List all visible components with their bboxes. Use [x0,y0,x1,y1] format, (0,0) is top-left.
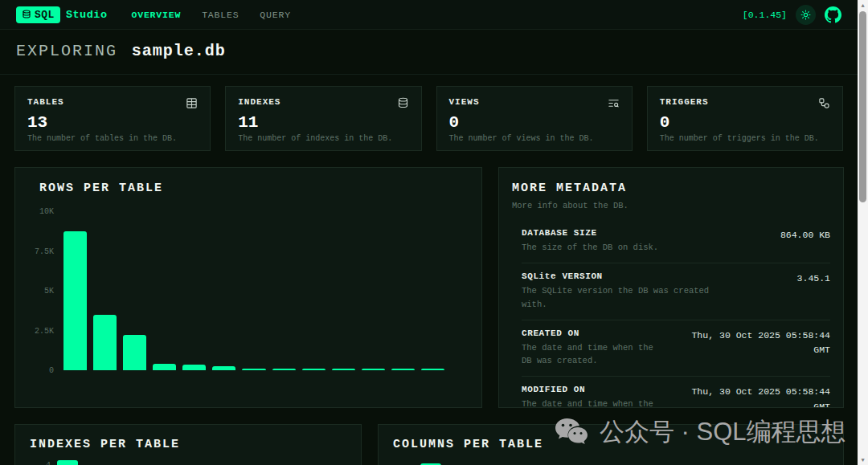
stat-card-value: 11 [238,113,408,132]
metadata-row-sqlite-version: SQLite VERSION The SQLite version the DB… [522,263,830,320]
indexes-chart: 4 [15,460,361,465]
app-window: SQL Studio OVERVIEW TABLES QUERY [0.1.45… [0,0,858,465]
metadata-row-description: The SQLite version the DB was created wi… [522,284,719,311]
metadata-row-database-size: DATABASE SIZE The size of the DB on disk… [522,220,830,263]
rows-chart-title: ROWS PER TABLE [15,168,481,195]
navbar: SQL Studio OVERVIEW TABLES QUERY [0.1.45… [0,0,858,30]
chart-bar [212,366,235,370]
stat-card-description: The number of tables in the DB. [27,134,198,143]
theme-toggle-button[interactable] [796,5,816,25]
stat-card-description: The number of triggers in the DB. [660,134,830,143]
stat-card-triggers: TRIGGERS 0 The number of triggers in the… [647,86,843,151]
y-tick: 5K [44,287,54,296]
y-tick: 10K [39,207,54,216]
database-icon [397,97,409,109]
metadata-row-label: DATABASE SIZE [522,228,658,238]
stat-card-description: The number of indexes in the DB. [238,134,408,143]
chart-bar [57,460,78,465]
rows-chart-bars [60,211,444,370]
metadata-rows: DATABASE SIZE The size of the DB on disk… [522,220,830,408]
version-label: [0.1.45] [743,10,787,20]
scrollbar-down-arrow[interactable]: ▼ [858,455,868,465]
metadata-row-description: The date and time when the DB was create… [522,341,665,368]
rows-chart-y-axis: 10K 7.5K 5K 2.5K 0 [28,211,60,370]
stat-card-value: 0 [660,113,830,132]
page-title-eyebrow: EXPLORING [16,42,117,60]
stat-cards-row: TABLES 13 The number of tables in the DB… [14,86,843,151]
chart-bar [153,364,176,370]
chart-bar [63,231,87,370]
indexes-per-table-panel: INDEXES PER TABLE 4 [14,424,362,465]
metadata-row-description: The size of the DB on disk. [522,241,658,254]
wechat-icon [553,416,590,448]
metadata-row-value: 3.45.1 [797,271,830,286]
more-metadata-panel: MORE METADATA More info about the DB. DA… [498,167,844,408]
y-tick: 4 [15,460,51,465]
nav-link-tables[interactable]: TABLES [202,10,239,20]
github-link[interactable] [825,6,841,23]
rows-per-table-panel: ROWS PER TABLE 10K 7.5K 5K 2.5K 0 [14,167,482,408]
nav-links: OVERVIEW TABLES QUERY [132,10,291,20]
vertical-scrollbar[interactable]: ▲ ▼ [858,0,868,465]
chart-bar [302,369,326,370]
watermark-text: 公众号 · SQL编程思想 [600,415,846,449]
stat-card-value: 0 [449,113,620,132]
stat-card-views: VIEWS 0 The number of views in the DB. [436,86,633,151]
logo-badge-label: SQL [35,9,55,21]
rows-chart: 10K 7.5K 5K 2.5K 0 [28,211,444,370]
main-content: TABLES 13 The number of tables in the DB… [0,75,858,465]
y-tick: 7.5K [35,247,54,255]
chart-bar [242,369,265,370]
chart-bar [421,369,444,370]
metadata-row-modified-on: MODIFIED ON The date and time when the D… [522,376,830,408]
nav-link-query[interactable]: QUERY [260,10,291,20]
metadata-row-description: The date and time when the DB was create… [522,398,665,408]
navbar-right: [0.1.45] [743,5,841,25]
chart-bar [332,369,355,370]
metadata-row-label: MODIFIED ON [522,385,665,394]
stat-card-tables: TABLES 13 The number of tables in the DB… [14,86,211,151]
github-icon [825,6,841,23]
stat-card-indexes: INDEXES 11 The number of indexes in the … [225,86,421,151]
table-icon [186,97,198,109]
scrollbar-up-arrow[interactable]: ▲ [858,0,868,10]
nav-link-overview[interactable]: OVERVIEW [132,10,182,20]
metadata-row-value: Thu, 30 Oct 2025 05:58:44 GMT [673,328,830,358]
stat-card-label: TABLES [27,97,64,107]
chart-bar [182,365,206,370]
stat-card-label: TRIGGERS [660,97,709,107]
logo-badge: SQL [16,6,60,23]
list-search-icon [608,97,620,109]
app-logo[interactable]: SQL Studio [16,6,108,23]
metadata-row-created-on: CREATED ON The date and time when the DB… [522,320,830,377]
chart-bar [362,369,385,370]
chart-bar [272,369,296,370]
stat-card-description: The number of views in the DB. [449,134,620,143]
stat-card-label: INDEXES [238,97,280,107]
watermark: 公众号 · SQL编程思想 [553,415,846,449]
indexes-chart-title: INDEXES PER TABLE [15,425,361,451]
logo-text: Studio [66,9,108,21]
page-header: EXPLORING sample.db [0,30,858,75]
metadata-row-label: SQLite VERSION [522,271,719,281]
chart-bar [93,315,117,370]
metadata-row-label: CREATED ON [522,328,665,338]
y-tick: 2.5K [35,326,54,335]
database-icon [22,10,31,19]
chart-bar [391,369,415,370]
metadata-subtitle: More info about the DB. [499,195,843,210]
metadata-row-value: Thu, 30 Oct 2025 05:58:44 GMT [673,385,830,408]
y-tick: 0 [49,366,54,375]
metadata-row-value: 864.00 KB [780,228,830,243]
metadata-title: MORE METADATA [499,168,843,195]
page-title-db-name: sample.db [132,42,226,60]
scrollbar-thumb[interactable] [859,11,866,202]
stat-card-label: VIEWS [449,97,480,107]
sun-icon [800,10,811,20]
chart-bar [123,335,146,370]
workflow-icon [818,97,830,109]
stat-card-value: 13 [27,113,198,132]
